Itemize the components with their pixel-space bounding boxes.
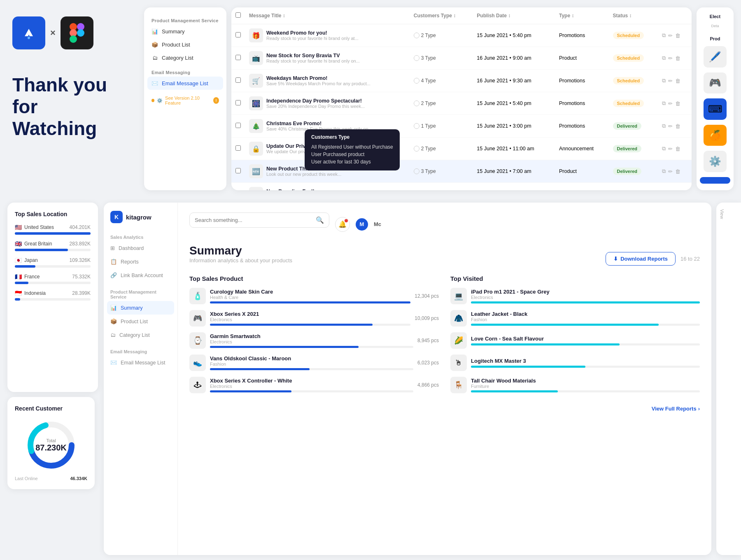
customer-type: 1 Type <box>414 123 469 129</box>
kg-search-input[interactable] <box>195 217 312 223</box>
location-bar-bg <box>15 265 91 268</box>
visited-bar-bg <box>471 324 700 326</box>
visited-category: Electronics <box>471 295 700 300</box>
row-checkbox[interactable] <box>235 123 241 128</box>
notification-button[interactable]: 🔔 <box>335 217 350 232</box>
delete-icon[interactable]: 🗑 <box>675 55 680 61</box>
kg-sidebar: K kitagrow Sales Analytics ⊞ Dashboard 📋… <box>104 203 178 555</box>
delete-icon[interactable]: 🗑 <box>675 100 680 107</box>
kg-nav-category-list[interactable]: 🗂 Category List <box>104 328 177 342</box>
view-full-reports-link[interactable]: View Full Reports › <box>189 406 700 412</box>
kg-nav-product-list[interactable]: 📦 Product List <box>104 315 177 328</box>
edit-icon[interactable]: ✏ <box>668 78 673 84</box>
country-name: France <box>24 274 40 280</box>
msg-subtitle: Look out our new product this week... <box>266 172 341 177</box>
row-checkbox[interactable] <box>235 77 241 83</box>
product-category: Electronics <box>210 384 413 389</box>
sidebar-item-email-list[interactable]: ✉️ Email Message List <box>147 77 223 90</box>
select-all-checkbox[interactable] <box>235 12 241 18</box>
right-product-5: ⚙️ <box>704 151 727 172</box>
top-visited-title: Top Visited <box>450 275 700 282</box>
chevron-right-icon: › <box>698 406 700 412</box>
country-flag: 🇯🇵 <box>15 257 22 264</box>
status-badge: Delivered <box>613 122 642 130</box>
tooltip-item-2: User Purchased product <box>311 151 393 158</box>
kg-nav-email-list[interactable]: ✉️ Email Message List <box>104 356 177 369</box>
username-label: Mc <box>374 221 381 227</box>
product-bar-bg <box>210 346 413 348</box>
download-reports-button[interactable]: ⬇ Download Reports <box>606 252 676 266</box>
product-info: Xbox Series X Controller - White Electro… <box>210 378 413 392</box>
visited-thumb: 🌽 <box>450 332 467 349</box>
delete-icon[interactable]: 🗑 <box>675 168 680 175</box>
kg-product-list-icon: 📦 <box>110 318 117 324</box>
svg-point-4 <box>77 29 84 37</box>
copy-icon[interactable]: ⧉ <box>662 168 666 175</box>
msg-category: Promotions <box>555 24 609 47</box>
right-product-1: 🖊️ <box>704 46 727 68</box>
kg-summary-header: Summary Information analytics & about yo… <box>189 244 700 273</box>
delete-icon[interactable]: 🗑 <box>675 78 680 84</box>
publish-date: 15 June 2021 • 7:00 am <box>473 160 555 183</box>
sidebar-version[interactable]: ⚙️ See Version 2.10 Feature ! <box>144 90 226 108</box>
kg-nav-dashboard[interactable]: ⊞ Dashboard <box>104 241 177 255</box>
delete-icon[interactable]: 🗑 <box>675 146 680 152</box>
visited-bar-fill <box>471 366 585 368</box>
msg-title: Christmas Eve Promo! <box>266 121 372 126</box>
kg-nav-link-bank[interactable]: 🔗 Link Bank Account <box>104 268 177 282</box>
top-sales-row: 🧴 Curology Male Skin Care Health & Care … <box>189 288 439 304</box>
sidebar-item-summary[interactable]: 📊 Summary <box>144 25 226 38</box>
table-row: 🎆 Independence Day Promo Spectacular! Sa… <box>231 92 692 115</box>
top-sales-row: ⌚ Garmin Smartwatch Electronics 8,945 pc… <box>189 332 439 349</box>
edit-icon[interactable]: ✏ <box>668 55 673 61</box>
customer-type: 2 Type <box>414 146 469 152</box>
row-checkbox[interactable] <box>235 145 241 151</box>
edit-icon[interactable]: ✏ <box>668 168 673 175</box>
kg-summary-subtitle: Information analytics & about your produ… <box>189 257 292 264</box>
msg-category: Promotions <box>555 92 609 115</box>
kg-search-bar[interactable]: 🔍 <box>189 212 329 228</box>
product-category: Electronics <box>210 317 410 322</box>
edit-icon[interactable]: ✏ <box>668 146 673 152</box>
kg-nav-summary[interactable]: 📊 Summary <box>107 301 174 315</box>
copy-icon[interactable]: ⧉ <box>662 145 666 152</box>
copy-icon[interactable]: ⧉ <box>662 77 666 84</box>
summary-icon: 📊 <box>151 28 158 35</box>
row-checkbox[interactable] <box>235 100 241 105</box>
edit-icon[interactable]: ✏ <box>668 123 673 129</box>
sidebar-item-product-list[interactable]: 📦 Product List <box>144 38 226 51</box>
right-panel-btn[interactable] <box>700 177 730 184</box>
edit-icon[interactable]: ✏ <box>668 100 673 107</box>
action-icons: ⧉ ✏ 🗑 <box>662 32 687 39</box>
copy-icon[interactable]: ⧉ <box>662 123 666 129</box>
product-thumb: ⌚ <box>189 332 206 349</box>
country-name: Indonesia <box>24 290 46 296</box>
link-bank-icon: 🔗 <box>110 272 117 278</box>
table-row: 🔒 Update Our Privacy & Policy We update … <box>231 138 692 160</box>
copy-icon[interactable]: ⧉ <box>662 100 666 107</box>
visited-bar-fill <box>471 301 700 303</box>
visited-thumb: 🖱 <box>450 355 467 371</box>
kg-nav-reports[interactable]: 📋 Reports <box>104 255 177 268</box>
copy-icon[interactable]: ⧉ <box>662 32 666 39</box>
copy-icon[interactable]: ⧉ <box>662 55 666 61</box>
user-avatar[interactable]: M <box>356 218 368 231</box>
status-badge: Scheduled <box>613 32 644 39</box>
row-checkbox[interactable] <box>235 32 241 37</box>
delete-icon[interactable]: 🗑 <box>675 33 680 39</box>
product-category: Health & Care <box>210 295 410 300</box>
bottom-left-area: Top Sales Location 🇺🇸 United States 404.… <box>0 198 99 560</box>
msg-img: 🎁 <box>249 28 263 42</box>
row-checkbox[interactable] <box>235 168 241 173</box>
delete-icon[interactable]: 🗑 <box>675 123 680 129</box>
visited-bar-fill <box>471 324 659 326</box>
product-thumb: 🕹 <box>189 377 206 393</box>
msg-category: Promotions <box>555 70 609 92</box>
visited-thumb: 🪑 <box>450 377 467 393</box>
sidebar-item-category-list[interactable]: 🗂 Category List <box>144 51 226 64</box>
visited-bar-bg <box>471 301 700 303</box>
edit-icon[interactable]: ✏ <box>668 33 673 39</box>
country-flag: 🇮🇩 <box>15 290 22 296</box>
notification-dot <box>345 219 348 222</box>
row-checkbox[interactable] <box>235 55 241 60</box>
